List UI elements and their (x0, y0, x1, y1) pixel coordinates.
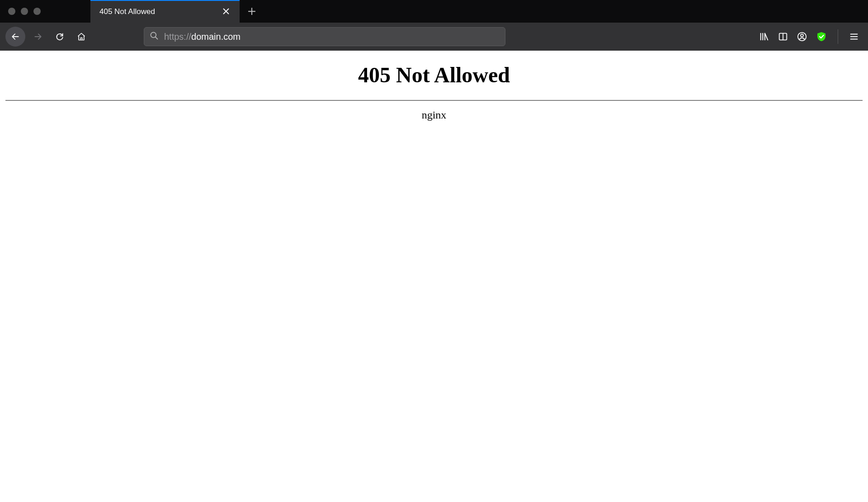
browser-toolbar: https://domain.com (0, 23, 868, 51)
back-button[interactable] (5, 27, 25, 47)
tab-close-button[interactable] (219, 5, 233, 18)
sidebar-button[interactable] (778, 32, 788, 42)
svg-point-3 (801, 34, 803, 37)
close-icon (222, 8, 230, 15)
reload-button[interactable] (51, 28, 69, 46)
tab-strip: 405 Not Allowed (0, 0, 868, 23)
toolbar-actions (759, 29, 863, 44)
hamburger-icon (849, 32, 859, 42)
reload-icon (55, 32, 64, 41)
window-controls (8, 8, 41, 15)
home-icon (77, 32, 86, 41)
plus-icon (248, 7, 256, 15)
account-icon (797, 32, 807, 42)
account-button[interactable] (797, 32, 807, 42)
new-tab-button[interactable] (240, 0, 264, 23)
url-host: domain.com (191, 32, 241, 42)
url-prefix: https:// (164, 32, 191, 42)
browser-chrome: 405 Not Allowed https://domain.com (0, 0, 868, 51)
page-content: 405 Not Allowed nginx (0, 51, 868, 121)
forward-button[interactable] (29, 28, 47, 46)
toolbar-divider (838, 29, 838, 44)
url-text: https://domain.com (164, 32, 500, 42)
arrow-right-icon (33, 32, 42, 41)
tab-title: 405 Not Allowed (99, 7, 219, 16)
server-signature: nginx (0, 109, 868, 121)
horizontal-rule (5, 100, 863, 101)
arrow-left-icon (11, 32, 20, 41)
search-icon (150, 31, 159, 42)
window-minimize-button[interactable] (21, 8, 28, 15)
url-bar[interactable]: https://domain.com (144, 27, 505, 46)
home-button[interactable] (72, 28, 90, 46)
library-icon (759, 32, 769, 42)
window-maximize-button[interactable] (33, 8, 41, 15)
browser-tab-active[interactable]: 405 Not Allowed (90, 0, 240, 23)
sidebar-icon (778, 32, 788, 42)
window-close-button[interactable] (8, 8, 15, 15)
menu-button[interactable] (849, 32, 859, 42)
error-heading: 405 Not Allowed (0, 62, 868, 87)
library-button[interactable] (759, 32, 769, 42)
protection-button[interactable] (816, 31, 827, 42)
shield-icon (816, 31, 827, 42)
